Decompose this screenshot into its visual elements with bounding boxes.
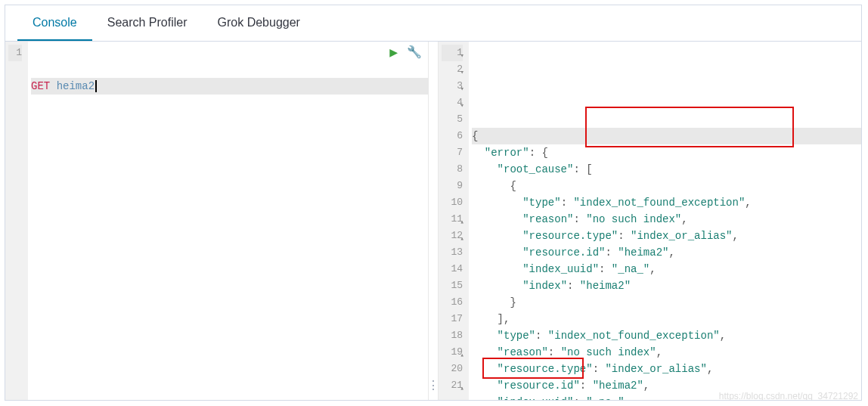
token-key: "error" xyxy=(485,147,529,159)
response-line: "type": "index_not_found_exception", xyxy=(472,327,861,344)
gutter-line: 2▾ xyxy=(442,61,463,78)
token-punc: , xyxy=(707,363,713,375)
app-frame: Console Search Profiler Grok Debugger 1 … xyxy=(5,5,862,401)
token-punc: : xyxy=(618,230,631,242)
response-viewer[interactable]: 1▾2▾3▾4▾567891011▴12▴13141516171819▴2021… xyxy=(439,42,861,400)
token-str: "no such index" xyxy=(586,213,681,225)
token-str: "_na_" xyxy=(586,396,624,400)
token-str: "heima2" xyxy=(593,380,643,392)
token-key: "resource.type" xyxy=(498,363,593,375)
request-path: heima2 xyxy=(57,80,95,92)
gutter-line: 6 xyxy=(442,128,463,144)
token-key: "type" xyxy=(498,330,535,342)
tab-label: Console xyxy=(33,16,77,29)
gutter-line: 7 xyxy=(442,144,463,161)
token-punc: : xyxy=(573,213,586,225)
token-key: "type" xyxy=(522,197,560,209)
token-punc: : xyxy=(593,363,606,375)
token-punc: , xyxy=(656,346,662,358)
gutter-line: 20 xyxy=(442,361,463,377)
token-punc: : xyxy=(605,246,618,259)
token-punc: , xyxy=(681,213,687,225)
tab-search-profiler[interactable]: Search Profiler xyxy=(92,5,203,41)
gutter-line: 8 xyxy=(442,161,463,178)
request-editor[interactable]: 1 GET heima2 ▶ 🔧 xyxy=(5,42,428,400)
token-str: "index_not_found_exception" xyxy=(573,197,745,209)
token-punc: { xyxy=(472,130,478,142)
request-code[interactable]: GET heima2 ▶ 🔧 xyxy=(28,42,428,400)
gutter-line: 4▾ xyxy=(442,95,463,111)
token-punc: , xyxy=(720,330,726,342)
token-punc: , xyxy=(625,396,631,400)
token-str: "heima2" xyxy=(580,280,631,292)
token-punc: : xyxy=(548,346,561,358)
response-line: } xyxy=(472,294,861,311)
text-cursor xyxy=(95,80,97,92)
token-punc: : xyxy=(535,330,548,342)
response-line: "resource.type": "index_or_alias", xyxy=(472,361,861,377)
response-line: "type": "index_not_found_exception", xyxy=(472,194,861,211)
token-str: "_na_" xyxy=(612,263,649,275)
response-line: "index_uuid": "_na_", xyxy=(472,261,861,277)
tab-console[interactable]: Console xyxy=(17,5,92,41)
gutter-line: 5 xyxy=(442,111,463,128)
response-line: "reason": "no such index", xyxy=(472,344,861,361)
request-gutter: 1 xyxy=(5,42,28,400)
token-punc: : { xyxy=(529,147,548,159)
gutter-line: 13 xyxy=(442,244,463,261)
token-key: "index_uuid" xyxy=(498,396,574,400)
response-line: "index_uuid": "_na_", xyxy=(472,394,861,400)
gutter-line: 3▾ xyxy=(442,78,463,95)
gutter-line: 12▴ xyxy=(442,228,463,244)
token-punc: , xyxy=(649,263,656,275)
gutter-line: 16 xyxy=(442,294,463,311)
response-line: { xyxy=(472,178,861,194)
token-punc: : xyxy=(599,263,612,275)
token-punc: { xyxy=(510,180,516,192)
pane-splitter[interactable]: ⋮ xyxy=(428,42,439,400)
gutter-line: 9 xyxy=(442,178,463,194)
token-str: "index_or_alias" xyxy=(605,363,706,375)
token-punc: , xyxy=(643,380,649,392)
response-gutter: 1▾2▾3▾4▾567891011▴12▴13141516171819▴2021… xyxy=(439,42,469,400)
token-key: "resource.id" xyxy=(522,246,605,259)
response-line: "reason": "no such index", xyxy=(472,211,861,228)
gutter-line: 17 xyxy=(442,311,463,327)
run-icon[interactable]: ▶ xyxy=(389,45,398,61)
gutter-line: 10 xyxy=(442,194,463,211)
wrench-icon[interactable]: 🔧 xyxy=(407,45,422,61)
token-punc: : xyxy=(580,380,593,392)
response-line: ], xyxy=(472,311,861,327)
tab-grok-debugger[interactable]: Grok Debugger xyxy=(203,5,315,41)
tab-bar: Console Search Profiler Grok Debugger xyxy=(5,5,861,42)
token-punc: ], xyxy=(498,313,510,325)
response-line: "error": { xyxy=(472,144,861,161)
request-line: GET heima2 xyxy=(31,78,428,95)
request-method: GET xyxy=(31,80,50,92)
token-key: "reason" xyxy=(498,346,548,358)
token-key: "index" xyxy=(522,280,567,292)
gutter-line: 18 xyxy=(442,327,463,344)
gutter-line: 11▴ xyxy=(442,211,463,228)
tab-label: Search Profiler xyxy=(107,16,188,29)
response-line: "resource.type": "index_or_alias", xyxy=(472,228,861,244)
token-str: "index_not_found_exception" xyxy=(548,330,720,342)
fold-icon[interactable]: ▴ xyxy=(460,380,464,397)
response-line: "index": "heima2" xyxy=(472,277,861,294)
token-punc: : xyxy=(561,197,574,209)
token-str: "no such index" xyxy=(561,346,656,358)
token-punc: : [ xyxy=(573,163,592,175)
response-line: "resource.id": "heima2", xyxy=(472,244,861,261)
token-punc: : xyxy=(567,280,580,292)
token-punc: : xyxy=(573,396,586,400)
response-line: { xyxy=(472,128,861,144)
token-punc: , xyxy=(668,246,674,259)
response-code: { "error": { "root_cause": [ { "type": "… xyxy=(469,42,861,400)
gutter-line: 1 xyxy=(8,45,22,61)
token-punc: , xyxy=(732,230,738,242)
token-key: "resource.id" xyxy=(498,380,580,392)
token-str: "heima2" xyxy=(618,246,668,259)
response-line: "resource.id": "heima2", xyxy=(472,377,861,394)
gutter-line: 19▴ xyxy=(442,344,463,361)
gutter-line: 21▴ xyxy=(442,377,463,394)
